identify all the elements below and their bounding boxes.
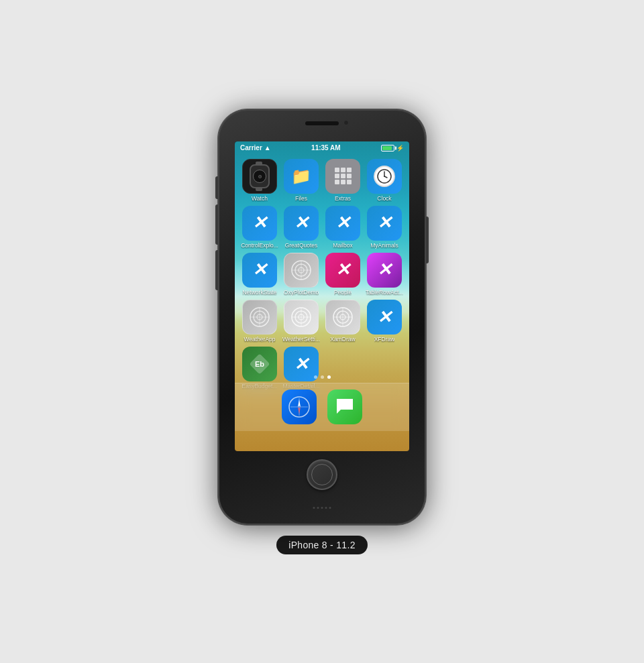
status-bar: Carrier ▲ 11:35 AM ⚡ <box>235 141 409 155</box>
charging-icon: ⚡ <box>396 145 404 152</box>
clock-face <box>374 166 395 187</box>
controlexplorer-label: ControlExplo... <box>241 242 278 249</box>
wallpaper: Carrier ▲ 11:35 AM ⚡ <box>235 141 409 451</box>
tablerowact-label: TableRowAct... <box>366 289 404 296</box>
greatquotes-icon: ✕ <box>284 206 319 241</box>
app-mailbox[interactable]: ✕ Mailbox <box>323 206 362 249</box>
xamdraw-label: XamDraw <box>330 336 355 343</box>
xfdraw-label: XFDraw <box>374 336 395 343</box>
xamdraw-icon <box>325 300 360 335</box>
app-myanimals[interactable]: ✕ MyAnimals <box>365 206 404 249</box>
oxyplotdemo-label: OxyPlotDemo <box>284 289 319 296</box>
app-xamdraw[interactable]: XamDraw <box>323 300 362 343</box>
app-controlexplorer[interactable]: ✕ ControlExplo... <box>240 206 279 249</box>
greatquotes-label: GreatQuotes <box>285 242 318 249</box>
app-weathersett[interactable]: WeatherSetti... <box>282 300 321 343</box>
app-people[interactable]: ✕ People <box>323 253 362 296</box>
power-button[interactable] <box>426 217 429 263</box>
extras-icon <box>325 159 360 194</box>
myanimals-label: MyAnimals <box>370 242 398 249</box>
volume-up-button[interactable] <box>215 204 218 245</box>
page-dots <box>235 375 409 379</box>
networkstate-label: NetworkState <box>242 289 276 296</box>
myanimals-icon: ✕ <box>367 206 402 241</box>
app-files[interactable]: 📁 Files <box>282 159 321 202</box>
safari-icon <box>282 389 317 424</box>
home-button-inner <box>311 464 333 485</box>
tablerowact-icon: ✕ <box>367 253 402 288</box>
battery-icon <box>381 145 394 152</box>
files-label: Files <box>295 195 307 202</box>
dock <box>235 383 409 431</box>
app-greatquotes[interactable]: ✕ GreatQuotes <box>282 206 321 249</box>
oxyplotdemo-icon <box>284 253 319 288</box>
clock-label: Clock <box>377 195 391 202</box>
networkstate-icon: ✕ <box>242 253 277 288</box>
clock-icon <box>367 159 402 194</box>
extras-label: Extras <box>335 195 351 202</box>
watch-face: ◎ <box>250 164 270 188</box>
messages-icon <box>327 389 362 424</box>
watch-face-inner: ◎ <box>253 170 266 183</box>
phone-shell: Carrier ▲ 11:35 AM ⚡ <box>218 109 426 525</box>
mailbox-label: Mailbox <box>333 242 352 249</box>
app-watch[interactable]: ◎ Watch <box>240 159 279 202</box>
files-icon: 📁 <box>284 159 319 194</box>
speaker <box>313 507 331 509</box>
app-grid: ◎ Watch 📁 Files <box>240 156 404 393</box>
phone-screen: Carrier ▲ 11:35 AM ⚡ <box>235 141 409 451</box>
weatherapp-icon <box>242 300 277 335</box>
app-oxyplotdemo[interactable]: OxyPlotDemo <box>282 253 321 296</box>
device-label: iPhone 8 - 11.2 <box>276 536 367 554</box>
page-dot-1 <box>314 375 317 379</box>
home-button[interactable] <box>307 459 337 490</box>
dock-app-safari[interactable] <box>282 389 317 424</box>
weatherapp-label: WeatherApp <box>244 336 275 343</box>
controlexplorer-icon: ✕ <box>242 206 277 241</box>
volume-down-button[interactable] <box>215 250 218 290</box>
watch-label: Watch <box>252 195 268 202</box>
earpiece <box>305 121 339 125</box>
carrier-label: Carrier ▲ <box>240 144 271 152</box>
battery-fill <box>382 146 392 150</box>
app-networkstate[interactable]: ✕ NetworkState <box>240 253 279 296</box>
front-camera <box>343 120 349 125</box>
weathersetti-label: WeatherSetti... <box>282 336 320 343</box>
people-icon: ✕ <box>325 253 360 288</box>
time-label: 11:35 AM <box>311 144 341 152</box>
page-dot-3 <box>327 375 331 379</box>
weathersetti-icon <box>284 300 319 335</box>
app-tablerowact[interactable]: ✕ TableRowAct... <box>365 253 404 296</box>
clock-svg <box>376 168 392 184</box>
dock-app-messages[interactable] <box>327 389 362 424</box>
scene: Carrier ▲ 11:35 AM ⚡ <box>218 109 426 554</box>
mailbox-icon: ✕ <box>325 206 360 241</box>
watch-icon: ◎ <box>242 159 277 194</box>
app-weatherapp[interactable]: WeatherApp <box>240 300 279 343</box>
xfdraw-icon: ✕ <box>367 300 402 335</box>
app-extras[interactable]: Extras <box>323 159 362 202</box>
people-label: People <box>334 289 352 296</box>
page-dot-2 <box>321 375 324 379</box>
svg-point-3 <box>384 176 385 177</box>
app-xfdraw[interactable]: ✕ XFDraw <box>365 300 404 343</box>
app-clock[interactable]: Clock <box>365 159 404 202</box>
wifi-icon: ▲ <box>264 144 271 152</box>
status-right: ⚡ <box>381 145 404 152</box>
